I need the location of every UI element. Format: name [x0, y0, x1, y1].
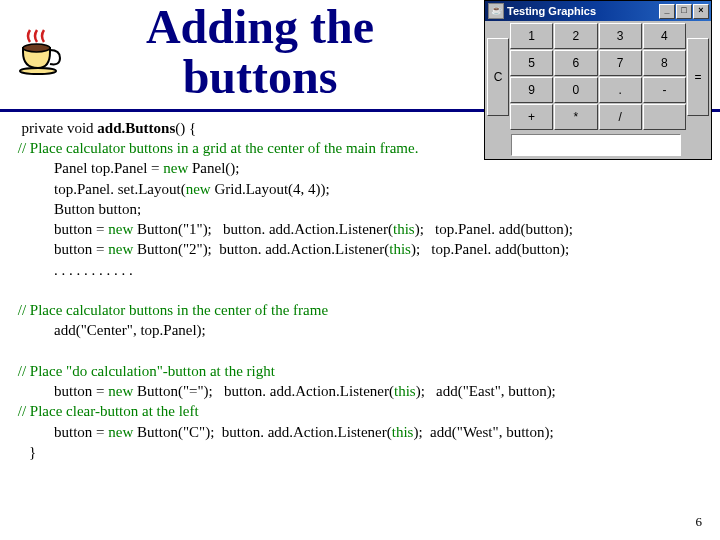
- calc-button-1[interactable]: 1: [510, 23, 553, 49]
- calc-button-empty[interactable]: [643, 104, 686, 130]
- calculator-left-panel: C: [487, 23, 509, 130]
- calc-button-6[interactable]: 6: [554, 50, 597, 76]
- calc-button-7[interactable]: 7: [599, 50, 642, 76]
- calc-button-plus[interactable]: +: [510, 104, 553, 130]
- title-line-2: buttons: [183, 50, 338, 103]
- code-block: private void add.Buttons() { // Place ca…: [0, 112, 720, 462]
- calc-button-4[interactable]: 4: [643, 23, 686, 49]
- page-number: 6: [696, 514, 703, 530]
- title-line-1: Adding the: [146, 0, 374, 53]
- calc-button-minus[interactable]: -: [643, 77, 686, 103]
- minimize-button[interactable]: _: [659, 4, 675, 19]
- code-l6: button = new Button("1"); button. add.Ac…: [14, 219, 706, 239]
- close-button[interactable]: ×: [693, 4, 709, 19]
- calc-button-mult[interactable]: *: [554, 104, 597, 130]
- calculator-display[interactable]: [511, 134, 681, 156]
- code-l4: top.Panel. set.Layout(new Grid.Layout(4,…: [14, 179, 706, 199]
- calc-button-0[interactable]: 0: [554, 77, 597, 103]
- maximize-button[interactable]: □: [676, 4, 692, 19]
- calculator-title: Testing Graphics: [507, 5, 658, 17]
- clear-button[interactable]: C: [487, 38, 509, 116]
- equals-button[interactable]: =: [687, 38, 709, 116]
- code-l15: }: [14, 442, 706, 462]
- calc-button-dot[interactable]: .: [599, 77, 642, 103]
- calc-button-5[interactable]: 5: [510, 50, 553, 76]
- code-l8: . . . . . . . . . . .: [14, 260, 706, 280]
- code-l11: // Place "do calculation"-button at the …: [14, 361, 706, 381]
- system-menu-icon[interactable]: ☕: [488, 3, 504, 19]
- calc-button-div[interactable]: /: [599, 104, 642, 130]
- code-l3: Panel top.Panel = new Panel();: [14, 158, 706, 178]
- blank-1: [14, 280, 706, 300]
- code-l13: // Place clear-button at the left: [14, 401, 706, 421]
- code-l5: Button button;: [14, 199, 706, 219]
- blank-2: [14, 341, 706, 361]
- calculator-titlebar: ☕ Testing Graphics _ □ ×: [485, 1, 711, 21]
- code-l12: button = new Button("="); button. add.Ac…: [14, 381, 706, 401]
- calculator-grid: 1 2 3 4 5 6 7 8 9 0 . - + * /: [509, 23, 687, 130]
- calculator-window: ☕ Testing Graphics _ □ × C 1 2 3 4 5 6 7…: [484, 0, 712, 160]
- calc-button-8[interactable]: 8: [643, 50, 686, 76]
- java-coffee-icon: [8, 22, 66, 80]
- svg-point-0: [23, 44, 50, 52]
- calculator-right-panel: =: [687, 23, 709, 130]
- code-l9: // Place calculator buttons in the cente…: [14, 300, 706, 320]
- calc-button-2[interactable]: 2: [554, 23, 597, 49]
- calculator-display-row: [485, 132, 711, 159]
- code-l14: button = new Button("C"); button. add.Ac…: [14, 422, 706, 442]
- calc-button-9[interactable]: 9: [510, 77, 553, 103]
- svg-point-1: [20, 68, 56, 74]
- code-l7: button = new Button("2"); button. add.Ac…: [14, 239, 706, 259]
- code-l10: add("Center", top.Panel);: [14, 320, 706, 340]
- calculator-body: C 1 2 3 4 5 6 7 8 9 0 . - + * / =: [485, 21, 711, 132]
- slide-title: Adding the buttons: [40, 0, 480, 105]
- calc-button-3[interactable]: 3: [599, 23, 642, 49]
